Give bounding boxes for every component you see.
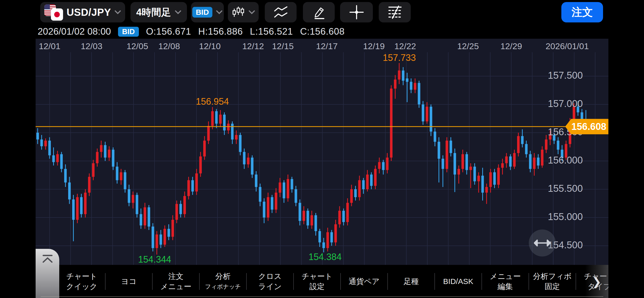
y-axis-price-label: 154.500 <box>548 240 604 251</box>
candle-datetime: 2026/01/02 08:00 <box>38 26 111 37</box>
order-button-label: 注文 <box>572 5 593 19</box>
toolbar-item-label: 通貨ペア <box>349 277 379 286</box>
currency-pair-button[interactable]: USD/JPY <box>40 2 125 22</box>
fibonacci-settings-icon <box>387 6 402 19</box>
toolbar-item-label: チャート <box>66 272 97 281</box>
toolbar-item-label: 編集 <box>498 282 513 291</box>
x-axis-date-label: 12/15 <box>272 41 294 51</box>
home-indicator <box>41 296 603 297</box>
toolbar-item-label: クロス <box>258 272 282 281</box>
bottom-toolbar-item[interactable]: 分析フィボナッチ <box>200 272 246 291</box>
toolbar-item-label: クイック <box>66 282 97 291</box>
current-price-badge: 156.608 <box>565 118 608 135</box>
extreme-price-annotation: 154.344 <box>138 254 171 265</box>
bottom-toolbar-item[interactable]: チャート設定 <box>294 272 340 291</box>
bottom-toolbar-item[interactable]: BID/ASK <box>435 277 481 286</box>
toolbar-item-label: ヨコ <box>121 277 137 286</box>
ohlc-close: C:156.608 <box>300 26 345 37</box>
toolbar-more-overlay[interactable]: ❯ <box>585 265 608 298</box>
toolbar-item-label: フィボナッチ <box>205 282 241 291</box>
timeframe-button[interactable]: 4時間足 <box>130 2 187 22</box>
indicator-button[interactable] <box>265 2 297 22</box>
ohlc-open: O:156.671 <box>146 26 191 37</box>
bottom-toolbar-item[interactable]: メニュー編集 <box>482 272 529 291</box>
bid-pill: BID <box>192 7 213 18</box>
chevron-down-icon <box>248 10 255 14</box>
x-axis-date-label: 12/17 <box>316 41 338 51</box>
toolbar-item-label: 分析 <box>215 272 231 281</box>
y-axis-price-label: 156.000 <box>548 155 604 166</box>
toolbar-item-label: メニュー <box>490 272 521 281</box>
x-axis-date-label: 12/10 <box>199 41 221 51</box>
crosshair-button[interactable] <box>340 2 373 22</box>
draw-button[interactable] <box>303 2 335 22</box>
toolbar-item-label: 分析フィボ <box>533 272 572 281</box>
extreme-price-annotation: 156.954 <box>196 96 229 107</box>
chevron-down-icon <box>114 10 121 14</box>
y-axis-price-label: 155.000 <box>548 211 604 222</box>
y-axis-price-label: 157.500 <box>548 70 604 81</box>
bottom-toolbar-item[interactable]: 足種 <box>388 277 434 286</box>
x-axis-date-label: 2026/01/01 <box>546 41 589 51</box>
analysis-settings-button[interactable] <box>379 2 411 22</box>
bottom-toolbar-item[interactable]: 注文メニュー <box>153 272 199 291</box>
bid-badge: BID <box>118 27 139 37</box>
y-axis-price-label: 157.000 <box>548 98 604 109</box>
candlestick-type-icon <box>232 6 245 19</box>
x-axis-date-label: 12/05 <box>126 41 148 51</box>
bottom-toolbar: チャートクイック ヨコ 注文メニュー 分析フィボナッチ クロスライン チャート設… <box>36 265 608 298</box>
toolbar-item-label: 固定 <box>545 282 560 291</box>
x-axis-date-label: 12/01 <box>39 41 60 51</box>
toolbar-item-label: 足種 <box>404 277 419 286</box>
draw-pencil-icon <box>312 5 326 19</box>
chevron-right-icon: ❯ <box>592 275 602 288</box>
bid-ask-selector-button[interactable]: BID <box>191 2 224 22</box>
y-axis-price-label: 155.500 <box>548 183 604 194</box>
x-axis-date-label: 12/03 <box>81 41 102 51</box>
x-axis-date-label: 12/19 <box>363 41 385 51</box>
ohlc-low: L:156.521 <box>250 26 293 37</box>
chevron-down-icon <box>216 10 223 14</box>
horizontal-arrows-icon <box>534 239 551 247</box>
ohlc-high: H:156.886 <box>198 26 243 37</box>
timeframe-label: 4時間足 <box>136 6 171 19</box>
current-price-label: 156.608 <box>571 121 606 132</box>
toolbar-item-label: メニュー <box>160 282 191 291</box>
toolbar-item-label: 注文 <box>168 272 184 281</box>
us-jp-flags-icon <box>44 4 63 20</box>
currency-pair-label: USD/JPY <box>67 7 111 18</box>
crosshair-icon <box>349 5 364 20</box>
indicator-zigzag-icon <box>274 6 288 18</box>
bottom-toolbar-item[interactable]: 分析フィボ固定 <box>529 272 576 291</box>
bottom-toolbar-item[interactable]: クロスライン <box>247 272 293 291</box>
bottom-toolbar-item[interactable]: チャートクイック <box>58 272 105 291</box>
chevron-down-icon <box>175 10 181 14</box>
order-button[interactable]: 注文 <box>561 2 603 22</box>
x-axis-date-label: 12/12 <box>242 41 264 51</box>
x-axis-date-label: 12/08 <box>158 41 180 51</box>
x-axis-date-label: 12/29 <box>500 41 522 51</box>
panel-collapse-handle[interactable] <box>36 249 59 298</box>
chart-type-button[interactable] <box>228 2 259 22</box>
extreme-price-annotation: 157.733 <box>383 52 416 63</box>
extreme-price-annotation: 154.384 <box>309 252 342 262</box>
x-axis-date-label: 12/25 <box>457 41 479 51</box>
bottom-toolbar-item[interactable]: ヨコ <box>106 277 152 286</box>
quote-info-bar: 2026/01/02 08:00 BID O:156.671 H:156.886… <box>38 24 345 39</box>
toolbar-item-label: BID/ASK <box>443 277 473 286</box>
toolbar-item-label: チャート <box>301 272 332 281</box>
chevron-up-to-line-icon <box>42 254 53 263</box>
bottom-toolbar-item[interactable]: 通貨ペア <box>341 277 387 286</box>
toolbar-item-label: ライン <box>258 282 282 291</box>
horizontal-scroll-button[interactable] <box>529 229 556 256</box>
toolbar-item-label: 設定 <box>310 282 325 291</box>
x-axis-date-label: 12/22 <box>394 41 416 51</box>
